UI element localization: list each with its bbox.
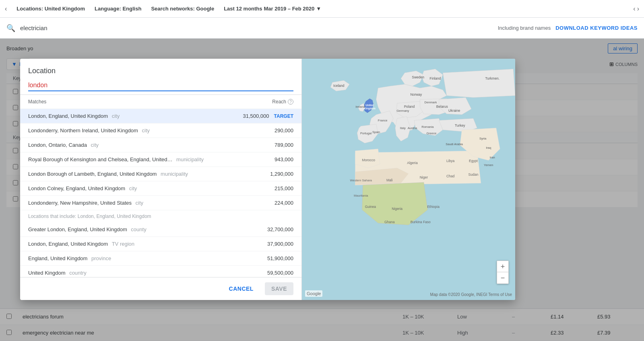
back-arrow[interactable]: ‹ [5, 5, 7, 12]
result-item[interactable]: England, United Kingdom province 51,900,… [20, 251, 301, 266]
matches-header: Matches [28, 99, 272, 105]
result-item-name: United Kingdom country [28, 270, 253, 276]
svg-text:Syria: Syria [479, 137, 487, 140]
result-item-reach: 943,000 [253, 156, 293, 162]
cancel-button[interactable]: CANCEL [223, 282, 260, 295]
svg-text:Kingdom: Kingdom [364, 107, 376, 110]
map-container: Iceland Sweden Finland Norway United Kin… [302, 59, 515, 300]
svg-text:Austria: Austria [408, 126, 417, 130]
search-term: electrician [20, 25, 493, 31]
svg-text:France: France [378, 119, 388, 122]
date-nav: ‹ › [633, 5, 639, 12]
svg-text:Morocco: Morocco [362, 158, 375, 162]
svg-text:Ethiopia: Ethiopia [427, 205, 440, 209]
result-item-reach: 789,000 [253, 142, 293, 148]
svg-text:Belarus: Belarus [436, 105, 448, 109]
svg-text:Nigeria: Nigeria [392, 207, 402, 211]
svg-text:Denmark: Denmark [425, 101, 437, 104]
zoom-out-button[interactable]: − [497, 272, 508, 283]
reach-header: Reach ? [272, 99, 293, 105]
result-item-reach: 290,000 [253, 127, 293, 134]
result-item[interactable]: London, England, United Kingdom city 31,… [20, 109, 301, 123]
zoom-in-button[interactable]: + [497, 261, 508, 272]
svg-text:Turkmen.: Turkmen. [485, 76, 500, 80]
brand-names-label: Including brand names [498, 25, 551, 31]
svg-text:Norway: Norway [411, 92, 423, 97]
svg-text:Finland: Finland [429, 76, 441, 80]
modal-left-panel: Location Matches Reach ? London, England… [20, 59, 302, 300]
results-header: Matches Reach ? [20, 95, 301, 109]
download-keyword-ideas-button[interactable]: DOWNLOAD KEYWORD IDEAS [555, 25, 638, 31]
result-item-reach: 224,000 [253, 200, 293, 206]
reach-info-icon[interactable]: ? [288, 99, 293, 105]
svg-text:United: United [365, 104, 374, 107]
location-input-wrap [20, 80, 301, 95]
result-item[interactable]: Greater London, England, United Kingdom … [20, 222, 301, 237]
svg-text:Iraq: Iraq [486, 146, 491, 150]
search-networks-item: Search networks: Google [151, 6, 214, 12]
results-list: London, England, United Kingdom city 31,… [20, 109, 301, 277]
result-item-reach: 37,900,000 [253, 241, 293, 247]
svg-text:Guinea: Guinea [365, 205, 376, 209]
svg-text:Western Sahara: Western Sahara [350, 179, 372, 182]
svg-text:Niger: Niger [420, 175, 428, 179]
map-controls: + − [497, 261, 509, 284]
svg-text:Libya: Libya [446, 159, 455, 163]
svg-text:Burkina Faso: Burkina Faso [411, 220, 431, 224]
svg-text:Sweden: Sweden [412, 75, 424, 79]
result-item-reach: 59,500,000 [253, 270, 293, 276]
result-item[interactable]: United Kingdom country 59,500,000 [20, 266, 301, 277]
result-item-reach: 51,900,000 [253, 255, 293, 261]
svg-text:Sudan: Sudan [469, 173, 479, 177]
svg-text:Iran: Iran [490, 156, 495, 159]
svg-text:Italy: Italy [400, 126, 406, 130]
result-item-name: England, United Kingdom province [28, 255, 253, 261]
locations-item: Locations: United Kingdom [17, 6, 85, 12]
result-item[interactable]: London Colney, England, United Kingdom c… [20, 181, 301, 196]
result-item[interactable]: London Borough of Lambeth, England, Unit… [20, 167, 301, 181]
svg-text:Algeria: Algeria [407, 161, 418, 165]
location-modal: Location Matches Reach ? London, England… [20, 59, 515, 300]
result-item[interactable]: London, Ontario, Canada city 789,000 [20, 138, 301, 152]
result-item-reach: 1,290,000 [253, 171, 293, 177]
next-period-button[interactable]: › [637, 5, 639, 12]
target-label: TARGET [274, 113, 293, 119]
result-item-name: Royal Borough of Kensington and Chelsea,… [28, 156, 253, 162]
svg-text:Ukraine: Ukraine [448, 109, 460, 113]
language-item: Language: English [95, 6, 141, 12]
prev-period-button[interactable]: ‹ [633, 5, 635, 12]
result-item[interactable]: Londonderry, Northern Ireland, United Ki… [20, 123, 301, 138]
result-item[interactable]: Royal Borough of Kensington and Chelsea,… [20, 152, 301, 167]
result-item-reach: 215,000 [253, 185, 293, 191]
svg-text:Saudi Arabia: Saudi Arabia [446, 142, 463, 146]
result-item-name: London, England, United Kingdom TV regio… [28, 241, 253, 247]
svg-text:Portugal: Portugal [360, 131, 372, 135]
result-item-name: Greater London, England, United Kingdom … [28, 226, 253, 232]
result-item[interactable]: London, England, United Kingdom TV regio… [20, 237, 301, 251]
svg-text:Iceland: Iceland [333, 84, 345, 88]
svg-text:Greece: Greece [426, 131, 436, 135]
save-button[interactable]: SAVE [265, 282, 293, 295]
top-bar: ‹ Locations: United Kingdom Language: En… [0, 0, 644, 18]
result-item-name: London Borough of Lambeth, England, Unit… [28, 171, 253, 177]
svg-text:Mauritania: Mauritania [354, 194, 368, 197]
result-item-reach: 31,500,000 [229, 113, 269, 119]
map-panel: Iceland Sweden Finland Norway United Kin… [302, 59, 515, 300]
modal-title: Location [20, 59, 301, 80]
svg-text:Poland: Poland [404, 105, 415, 109]
includes-section-label: Locations that include: London, England,… [20, 210, 301, 222]
result-item-reach: 32,700,000 [253, 226, 293, 232]
modal-footer: CANCEL SAVE [20, 277, 301, 300]
location-search-input[interactable] [28, 80, 293, 91]
date-range[interactable]: Last 12 months Mar 2019 – Feb 2020 ▼ [224, 6, 321, 12]
google-logo: Google [305, 290, 322, 297]
svg-text:Spain: Spain [372, 130, 380, 134]
result-item-name: London, Ontario, Canada city [28, 142, 253, 148]
svg-text:Yemen: Yemen [484, 163, 493, 167]
svg-text:Romania: Romania [421, 125, 434, 129]
map-svg: Iceland Sweden Finland Norway United Kin… [302, 59, 515, 300]
search-icon: 🔍 [6, 24, 15, 33]
result-item[interactable]: Londonderry, New Hampshire, United State… [20, 196, 301, 210]
map-attribution: Map data ©2020 Google, INEGI Terms of Us… [430, 292, 512, 297]
svg-text:Turkey: Turkey [455, 123, 465, 127]
